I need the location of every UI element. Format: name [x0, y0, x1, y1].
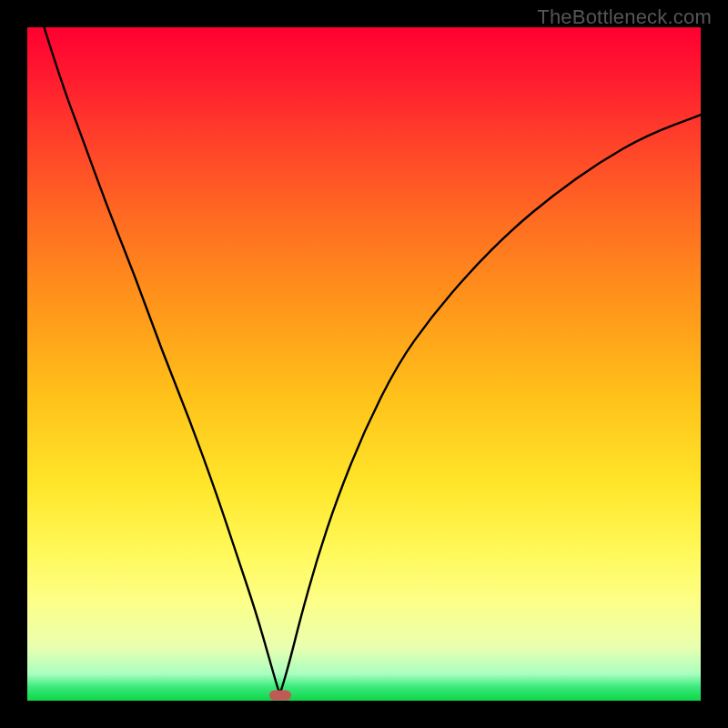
minimum-marker — [269, 691, 291, 701]
chart-curve — [27, 27, 701, 701]
watermark-text: TheBottleneck.com — [537, 5, 712, 29]
curve-path — [45, 27, 702, 692]
chart-plot-area — [27, 27, 701, 701]
